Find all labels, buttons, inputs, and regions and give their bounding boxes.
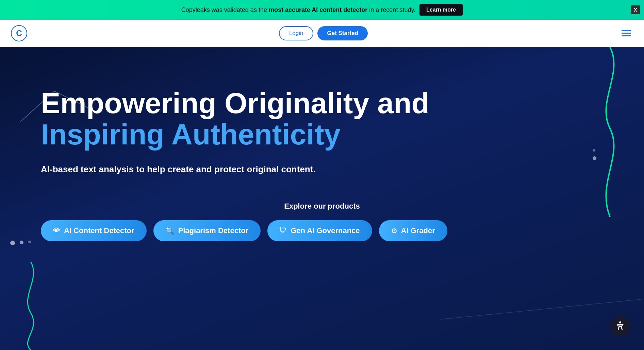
announcement-text: Copyleaks was validated as the most accu… [181, 6, 415, 14]
dot [20, 241, 23, 244]
dots-decoration-top-right [593, 149, 596, 160]
svg-line-0 [440, 299, 644, 319]
product-label: Gen AI Governance [291, 226, 360, 235]
hero-subtitle: AI-based text analysis to help create an… [41, 164, 316, 175]
announcement-bold: most accurate AI content detector [269, 6, 367, 13]
product-label: AI Grader [401, 226, 435, 235]
hamburger-line-3 [622, 35, 631, 36]
navbar: C Login Get Started [0, 20, 644, 47]
product-ai-grader[interactable]: ⊙ AI Grader [379, 220, 447, 241]
hamburger-menu-button[interactable] [620, 28, 633, 38]
shield-icon: 🛡 [280, 227, 286, 234]
dots-decoration-left [10, 241, 31, 245]
product-label: AI Content Detector [64, 226, 134, 235]
eye-icon: 👁 [53, 227, 60, 234]
svg-point-1 [619, 321, 621, 323]
dot [593, 156, 596, 160]
logo-icon[interactable]: C [11, 25, 27, 41]
product-ai-content-detector[interactable]: 👁 AI Content Detector [41, 220, 147, 241]
product-gen-ai-governance[interactable]: 🛡 Gen AI Governance [267, 220, 372, 241]
grader-icon: ⊙ [391, 227, 397, 235]
logo-area: C [11, 25, 27, 41]
hamburger-line-1 [622, 30, 631, 31]
explore-label: Explore our products [41, 202, 603, 211]
search-icon: 🔍 [166, 227, 174, 235]
dot [10, 241, 15, 245]
dot [28, 241, 31, 243]
get-started-button[interactable]: Get Started [317, 26, 368, 40]
announcement-before: Copyleaks was validated as the [181, 6, 269, 13]
hero-title-line2: Inspiring Authenticity [41, 118, 341, 151]
wave-decoration-left [20, 262, 41, 350]
close-announcement-button[interactable]: X [631, 5, 640, 14]
accessibility-button[interactable] [610, 316, 630, 336]
learn-more-button[interactable]: Learn more [419, 4, 463, 16]
announcement-bar: Copyleaks was validated as the most accu… [0, 0, 644, 20]
product-label: Plagiarism Detector [178, 226, 249, 235]
hamburger-line-2 [622, 33, 631, 34]
products-row: 👁 AI Content Detector 🔍 Plagiarism Detec… [41, 220, 603, 241]
product-plagiarism-detector[interactable]: 🔍 Plagiarism Detector [153, 220, 261, 241]
hero-section: Empowering Originality and Inspiring Aut… [0, 47, 644, 350]
nav-center: Login Get Started [279, 26, 368, 40]
dot [593, 149, 595, 152]
accessibility-icon [614, 320, 626, 332]
announcement-after: in a recent study. [367, 6, 415, 13]
wave-decoration-right [596, 47, 624, 217]
login-button[interactable]: Login [279, 26, 314, 40]
hero-title-line1: Empowering Originality and [41, 88, 429, 118]
